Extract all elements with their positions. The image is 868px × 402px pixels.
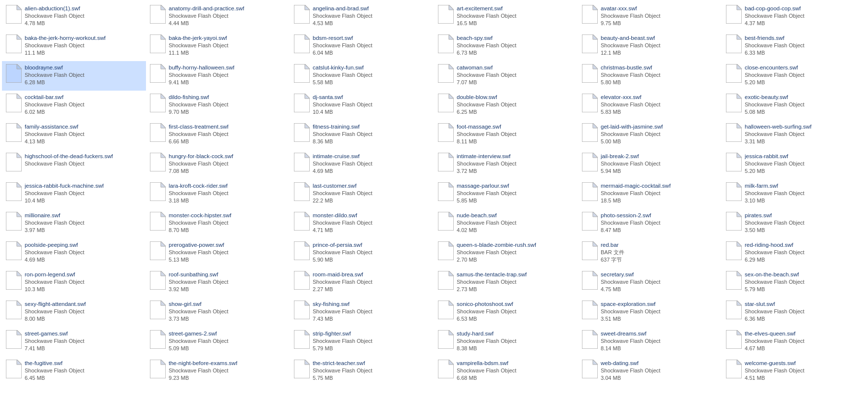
file-type: Shockwave Flash Object: [601, 12, 660, 20]
list-item[interactable]: baka-the-jerk-horny-workout.swfShockwave…: [2, 32, 146, 61]
list-item[interactable]: baka-the-jerk-yayoi.swfShockwave Flash O…: [146, 32, 290, 61]
list-item[interactable]: fitness-training.swfShockwave Flash Obje…: [290, 120, 434, 150]
svg-marker-65: [305, 153, 310, 158]
svg-marker-129: [593, 301, 598, 305]
list-item[interactable]: study-hard.swfShockwave Flash Object8.38…: [434, 327, 578, 357]
file-name: poolside-peeping.swf: [25, 241, 84, 249]
file-type: Shockwave Flash Object: [745, 42, 804, 49]
list-item[interactable]: vampirella-bdsm.swfShockwave Flash Objec…: [434, 357, 578, 386]
list-item[interactable]: bad-cop-good-cop.swfShockwave Flash Obje…: [722, 2, 866, 32]
list-item[interactable]: highschool-of-the-dead-fuckers.swfShockw…: [2, 150, 146, 179]
list-item[interactable]: milk-farm.swfShockwave Flash Object3.10 …: [722, 179, 866, 209]
list-item[interactable]: secretary.swfShockwave Flash Object4.75 …: [578, 268, 722, 298]
list-item[interactable]: halloween-web-surfing.swfShockwave Flash…: [722, 120, 866, 150]
list-item[interactable]: bdsm-resort.swfShockwave Flash Object6.0…: [290, 32, 434, 61]
svg-marker-17: [305, 34, 310, 39]
list-item[interactable]: dj-santa.swfShockwave Flash Object10.4 M…: [290, 91, 434, 120]
list-item[interactable]: intimate-interview.swfShockwave Flash Ob…: [434, 150, 578, 179]
list-item[interactable]: photo-session-2.swfShockwave Flash Objec…: [578, 209, 722, 238]
list-item[interactable]: star-slut.swfShockwave Flash Object6.36 …: [722, 298, 866, 327]
list-item[interactable]: the-elves-queen.swfShockwave Flash Objec…: [722, 327, 866, 357]
list-item[interactable]: art-excitement.swfShockwave Flash Object…: [434, 2, 578, 32]
file-type: Shockwave Flash Object: [25, 71, 84, 79]
list-item[interactable]: last-customer.swfShockwave Flash Object2…: [290, 179, 434, 209]
file-type: Shockwave Flash Object: [745, 367, 804, 374]
file-size: 2.73 MB: [457, 286, 527, 293]
list-item[interactable]: web-dating.swfShockwave Flash Object3.04…: [578, 357, 722, 386]
file-info: alien-abduction(1).swfShockwave Flash Ob…: [25, 5, 84, 28]
list-item[interactable]: street-games-2.swfShockwave Flash Object…: [146, 327, 290, 357]
list-item[interactable]: monster-dildo.swfShockwave Flash Object4…: [290, 209, 434, 238]
list-item[interactable]: massage-parlour.swfShockwave Flash Objec…: [434, 179, 578, 209]
list-item[interactable]: best-friends.swfShockwave Flash Object6.…: [722, 32, 866, 61]
list-item[interactable]: prerogative-power.swfShockwave Flash Obj…: [146, 238, 290, 268]
list-item[interactable]: family-assistance.swfShockwave Flash Obj…: [2, 120, 146, 150]
list-item[interactable]: get-laid-with-jasmine.swfShockwave Flash…: [578, 120, 722, 150]
list-item[interactable]: bloodrayne.swfShockwave Flash Object6.28…: [2, 61, 146, 91]
file-size: 6.28 MB: [25, 79, 84, 86]
list-item[interactable]: monster-cock-hipster.swfShockwave Flash …: [146, 209, 290, 238]
list-item[interactable]: beauty-and-beast.swfShockwave Flash Obje…: [578, 32, 722, 61]
list-item[interactable]: catslut-kinky-fun.swfShockwave Flash Obj…: [290, 61, 434, 91]
list-item[interactable]: double-blow.swfShockwave Flash Object6.2…: [434, 91, 578, 120]
list-item[interactable]: beach-spy.swfShockwave Flash Object6.73 …: [434, 32, 578, 61]
list-item[interactable]: sonico-photoshoot.swfShockwave Flash Obj…: [434, 298, 578, 327]
list-item[interactable]: nude-beach.swfShockwave Flash Object4.02…: [434, 209, 578, 238]
list-item[interactable]: angelina-and-brad.swfShockwave Flash Obj…: [290, 2, 434, 32]
svg-marker-117: [593, 271, 598, 276]
file-name: sonico-photoshoot.swf: [457, 301, 516, 308]
file-name: red-riding-hood.swf: [745, 241, 804, 249]
list-item[interactable]: sky-fishing.swfShockwave Flash Object7.4…: [290, 298, 434, 327]
list-item[interactable]: jessica-rabbit-fuck-machine.swfShockwave…: [2, 179, 146, 209]
list-item[interactable]: cocktail-bar.swfShockwave Flash Object6.…: [2, 91, 146, 120]
list-item[interactable]: ron-porn-legend.swfShockwave Flash Objec…: [2, 268, 146, 298]
list-item[interactable]: close-encounters.swfShockwave Flash Obje…: [722, 61, 866, 91]
list-item[interactable]: anatomy-drill-and-practice.swfShockwave …: [146, 2, 290, 32]
list-item[interactable]: the-night-before-exams.swfShockwave Flas…: [146, 357, 290, 386]
list-item[interactable]: welcome-guests.swfShockwave Flash Object…: [722, 357, 866, 386]
list-item[interactable]: street-games.swfShockwave Flash Object7.…: [2, 327, 146, 357]
list-item[interactable]: lara-kroft-cock-rider.swfShockwave Flash…: [146, 179, 290, 209]
file-icon: [438, 123, 454, 142]
list-item[interactable]: prince-of-persia.swfShockwave Flash Obje…: [290, 238, 434, 268]
list-item[interactable]: sex-on-the-beach.swfShockwave Flash Obje…: [722, 268, 866, 298]
file-type: Shockwave Flash Object: [457, 131, 516, 138]
file-size: 11.1 MB: [25, 49, 106, 57]
list-item[interactable]: millionaire.swfShockwave Flash Object3.9…: [2, 209, 146, 238]
list-item[interactable]: the-strict-teacher.swfShockwave Flash Ob…: [290, 357, 434, 386]
file-name: baka-the-jerk-yayoi.swf: [169, 34, 228, 42]
list-item[interactable]: exotic-beauty.swfShockwave Flash Object5…: [722, 91, 866, 120]
list-item[interactable]: pirates.swfShockwave Flash Object3.50 MB: [722, 209, 866, 238]
list-item[interactable]: first-class-treatment.swfShockwave Flash…: [146, 120, 290, 150]
list-item[interactable]: strip-fighter.swfShockwave Flash Object5…: [290, 327, 434, 357]
list-item[interactable]: red-riding-hood.swfShockwave Flash Objec…: [722, 238, 866, 268]
list-item[interactable]: queen-s-blade-zombie-rush.swfShockwave F…: [434, 238, 578, 268]
list-item[interactable]: intimate-cruise.swfShockwave Flash Objec…: [290, 150, 434, 179]
list-item[interactable]: jail-break-2.swfShockwave Flash Object5.…: [578, 150, 722, 179]
svg-marker-145: [17, 360, 22, 365]
list-item[interactable]: poolside-peeping.swfShockwave Flash Obje…: [2, 238, 146, 268]
list-item[interactable]: sweet-dreams.swfShockwave Flash Object8.…: [578, 327, 722, 357]
list-item[interactable]: samus-the-tentacle-trap.swfShockwave Fla…: [434, 268, 578, 298]
list-item[interactable]: sexy-flight-attendant.swfShockwave Flash…: [2, 298, 146, 327]
list-item[interactable]: jessica-rabbit.swfShockwave Flash Object…: [722, 150, 866, 179]
file-size: 6.33 MB: [745, 49, 804, 57]
list-item[interactable]: show-girl.swfShockwave Flash Object3.73 …: [146, 298, 290, 327]
list-item[interactable]: red.barBAR 文件637 字节: [578, 238, 722, 268]
list-item[interactable]: room-maid-brea.swfShockwave Flash Object…: [290, 268, 434, 298]
list-item[interactable]: buffy-horny-halloween.swfShockwave Flash…: [146, 61, 290, 91]
svg-marker-9: [593, 5, 598, 10]
list-item[interactable]: hungry-for-black-cock.swfShockwave Flash…: [146, 150, 290, 179]
list-item[interactable]: mermaid-magic-cocktail.swfShockwave Flas…: [578, 179, 722, 209]
list-item[interactable]: space-exploration.swfShockwave Flash Obj…: [578, 298, 722, 327]
list-item[interactable]: alien-abduction(1).swfShockwave Flash Ob…: [2, 2, 146, 32]
list-item[interactable]: christmas-bustle.swfShockwave Flash Obje…: [578, 61, 722, 91]
list-item[interactable]: avatar-xxx.swfShockwave Flash Object9.75…: [578, 2, 722, 32]
list-item[interactable]: roof-sunbathing.swfShockwave Flash Objec…: [146, 268, 290, 298]
list-item[interactable]: elevator-xxx.swfShockwave Flash Object5.…: [578, 91, 722, 120]
list-item[interactable]: catwoman.swfShockwave Flash Object7.07 M…: [434, 61, 578, 91]
list-item[interactable]: foot-massage.swfShockwave Flash Object8.…: [434, 120, 578, 150]
list-item[interactable]: the-fugitive.swfShockwave Flash Object6.…: [2, 357, 146, 386]
file-type: Shockwave Flash Object: [457, 337, 516, 345]
list-item[interactable]: dildo-fishing.swfShockwave Flash Object9…: [146, 91, 290, 120]
